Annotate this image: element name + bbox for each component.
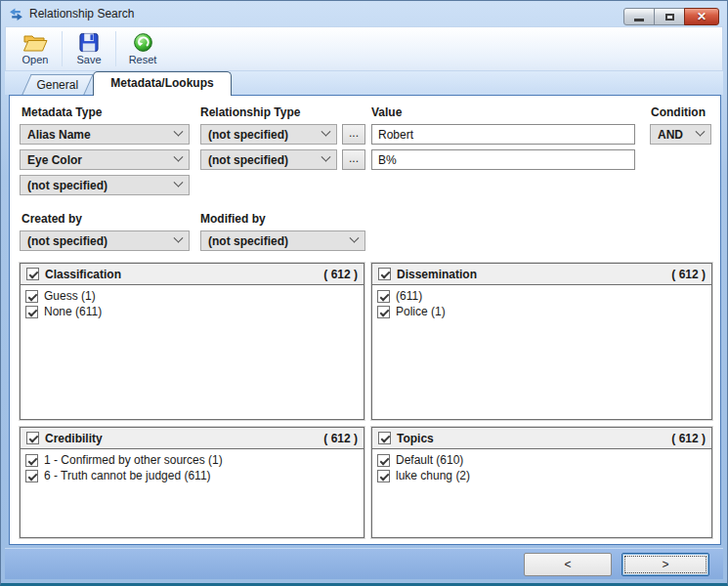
condition-label: Condition	[651, 105, 706, 119]
relationship-type-label: Relationship Type	[200, 105, 300, 119]
save-button-label: Save	[76, 54, 101, 65]
toolbar-separator	[115, 31, 116, 66]
relationship-type-select-1[interactable]: (not specified)	[200, 124, 337, 145]
item-checkbox[interactable]	[377, 454, 390, 467]
tab-general-label: General	[27, 75, 88, 95]
metadata-type-select-3-value: (not specified)	[27, 179, 107, 192]
value-input-1[interactable]	[371, 124, 635, 145]
item-label: 1 - Confirmed by other sources (1)	[44, 453, 223, 467]
relationship-type-select-2[interactable]: (not specified)	[200, 149, 337, 170]
classification-panel-header: Classification ( 612 )	[21, 264, 364, 285]
credibility-panel-header: Credibility ( 612 )	[21, 428, 364, 449]
item-checkbox[interactable]	[377, 306, 390, 318]
toolbar: Open Save Rese	[5, 26, 723, 71]
dissemination-panel-count: ( 612 )	[671, 268, 706, 281]
titlebar[interactable]: Relationship Search ✕	[1, 1, 727, 26]
credibility-select-all-checkbox[interactable]	[26, 432, 39, 444]
item-checkbox[interactable]	[25, 290, 38, 303]
item-label: luke chung (2)	[396, 469, 470, 482]
item-checkbox[interactable]	[25, 470, 38, 482]
tab-metadata-lookups[interactable]: Metadata/Lookups	[93, 71, 232, 96]
list-item: 1 - Confirmed by other sources (1)	[22, 452, 362, 468]
minimize-button[interactable]	[623, 8, 655, 25]
open-button[interactable]: Open	[12, 28, 59, 69]
topics-panel-count: ( 612 )	[671, 432, 706, 445]
chevron-down-icon	[321, 127, 331, 137]
dissemination-panel: Dissemination ( 612 ) (611) Police (1)	[371, 263, 712, 420]
dissemination-panel-list: (611) Police (1)	[372, 285, 711, 322]
list-item: luke chung (2)	[374, 468, 709, 483]
dissemination-select-all-checkbox[interactable]	[378, 268, 391, 280]
reset-icon	[133, 32, 153, 53]
classification-panel: Classification ( 612 ) Guess (1) None (6…	[20, 263, 364, 420]
value-input-2[interactable]	[371, 149, 635, 170]
next-button[interactable]: >	[621, 553, 709, 576]
chevron-down-icon	[174, 152, 184, 162]
modified-by-label: Modified by	[200, 212, 266, 226]
relationship-type-select-1-value: (not specified)	[208, 128, 288, 142]
item-checkbox[interactable]	[377, 290, 390, 303]
modified-by-select-value: (not specified)	[208, 234, 288, 248]
classification-panel-title: Classification	[45, 268, 121, 281]
close-icon: ✕	[697, 11, 707, 22]
open-folder-icon	[22, 33, 48, 53]
chevron-down-icon	[174, 127, 184, 137]
item-checkbox[interactable]	[25, 454, 38, 467]
topics-select-all-checkbox[interactable]	[378, 432, 391, 444]
list-item: None (611)	[22, 304, 362, 319]
topics-panel-header: Topics ( 612 )	[372, 428, 711, 449]
item-label: Default (610)	[396, 453, 463, 467]
list-item: Guess (1)	[22, 288, 362, 304]
relationship-type-select-2-value: (not specified)	[208, 153, 288, 167]
metadata-type-select-1-value: Alias Name	[27, 128, 91, 142]
maximize-button[interactable]	[654, 8, 685, 25]
relationship-browse-button-2[interactable]: ...	[342, 149, 365, 170]
metadata-lookups-page: Metadata Type Relationship Type Value Co…	[9, 95, 721, 545]
item-checkbox[interactable]	[25, 306, 38, 318]
save-floppy-icon	[78, 32, 100, 53]
item-checkbox[interactable]	[377, 470, 390, 482]
chevron-down-icon	[174, 233, 184, 243]
classification-panel-list: Guess (1) None (611)	[21, 285, 364, 322]
metadata-type-select-1[interactable]: Alias Name	[20, 124, 190, 145]
reset-button-label: Reset	[129, 54, 157, 65]
list-item: Default (610)	[374, 452, 709, 468]
condition-select[interactable]: AND	[650, 124, 711, 145]
reset-button[interactable]: Reset	[119, 28, 166, 69]
credibility-panel: Credibility ( 612 ) 1 - Confirmed by oth…	[20, 427, 364, 538]
close-button[interactable]: ✕	[684, 8, 719, 25]
modified-by-select[interactable]: (not specified)	[200, 230, 365, 251]
relationship-browse-button-1[interactable]: ...	[342, 124, 365, 145]
credibility-panel-count: ( 612 )	[323, 432, 358, 445]
item-label: (611)	[396, 289, 422, 303]
metadata-type-select-3[interactable]: (not specified)	[20, 175, 190, 195]
previous-button[interactable]: <	[524, 553, 612, 576]
created-by-select-value: (not specified)	[27, 234, 107, 248]
relationship-search-window: Relationship Search ✕ Open Save	[0, 0, 728, 586]
tab-general[interactable]: General	[21, 74, 93, 95]
save-button[interactable]: Save	[65, 28, 112, 69]
condition-select-value: AND	[658, 128, 683, 142]
list-item: 6 - Truth cannot be judged (611)	[22, 468, 362, 483]
metadata-type-select-2-value: Eye Color	[27, 153, 82, 167]
created-by-select[interactable]: (not specified)	[20, 230, 190, 251]
item-label: 6 - Truth cannot be judged (611)	[44, 469, 211, 482]
topics-panel: Topics ( 612 ) Default (610) luke chung …	[371, 427, 712, 538]
tab-strip: General Metadata/Lookups	[5, 71, 723, 95]
classification-select-all-checkbox[interactable]	[26, 268, 39, 280]
classification-panel-count: ( 612 )	[323, 268, 358, 281]
dissemination-panel-title: Dissemination	[397, 268, 477, 281]
chevron-down-icon	[350, 233, 360, 243]
footer-bar: < >	[5, 548, 723, 579]
metadata-type-select-2[interactable]: Eye Color	[20, 149, 190, 170]
list-item: Police (1)	[374, 304, 709, 319]
minimize-icon	[634, 19, 644, 21]
window-title: Relationship Search	[29, 7, 134, 21]
dissemination-panel-header: Dissemination ( 612 )	[372, 264, 711, 285]
metadata-type-label: Metadata Type	[21, 105, 102, 119]
credibility-panel-list: 1 - Confirmed by other sources (1) 6 - T…	[21, 449, 364, 486]
maximize-icon	[665, 14, 674, 21]
item-label: Police (1)	[396, 305, 446, 318]
window-controls: ✕	[624, 8, 719, 25]
open-button-label: Open	[22, 54, 49, 65]
